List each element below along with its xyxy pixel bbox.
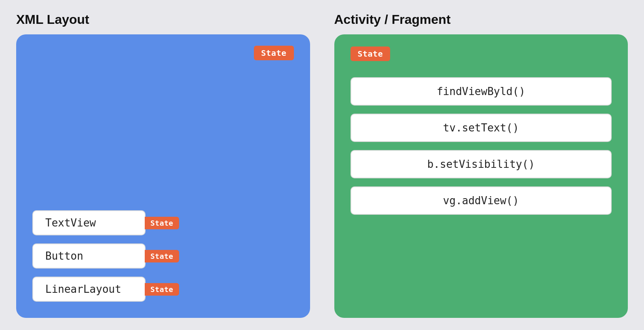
- button-box: Button: [32, 243, 146, 269]
- activity-item-addview: vg.addView(): [351, 186, 612, 215]
- xml-layout-section: XML Layout State TextView State Button S…: [16, 12, 310, 318]
- xml-panel-state-badge: State: [254, 46, 294, 60]
- activity-items-list: findViewByld() tv.setText() b.setVisibil…: [351, 77, 612, 215]
- textview-state-badge: State: [145, 217, 179, 229]
- activity-fragment-panel: State findViewByld() tv.setText() b.setV…: [334, 34, 628, 318]
- activity-item-settext: tv.setText(): [351, 114, 612, 142]
- xml-items-list: TextView State Button State LinearLayout…: [32, 186, 294, 302]
- xml-item-textview: TextView State: [32, 210, 294, 235]
- activity-item-findviewbyid: findViewByld(): [351, 77, 612, 106]
- activity-item-setvisibility: b.setVisibility(): [351, 150, 612, 178]
- activity-panel-state-badge: State: [351, 47, 391, 61]
- activity-fragment-title: Activity / Fragment: [334, 12, 628, 27]
- linearlayout-state-badge: State: [145, 283, 179, 296]
- xml-item-linearlayout: LinearLayout State: [32, 277, 294, 302]
- linearlayout-box: LinearLayout: [32, 277, 146, 302]
- textview-box: TextView: [32, 210, 146, 235]
- button-state-badge: State: [145, 250, 179, 262]
- activity-fragment-section: Activity / Fragment State findViewByld()…: [334, 12, 628, 318]
- xml-layout-panel: State TextView State Button State Linear…: [16, 34, 310, 318]
- page-layout: XML Layout State TextView State Button S…: [16, 12, 628, 318]
- xml-layout-title: XML Layout: [16, 12, 310, 27]
- xml-item-button: Button State: [32, 243, 294, 269]
